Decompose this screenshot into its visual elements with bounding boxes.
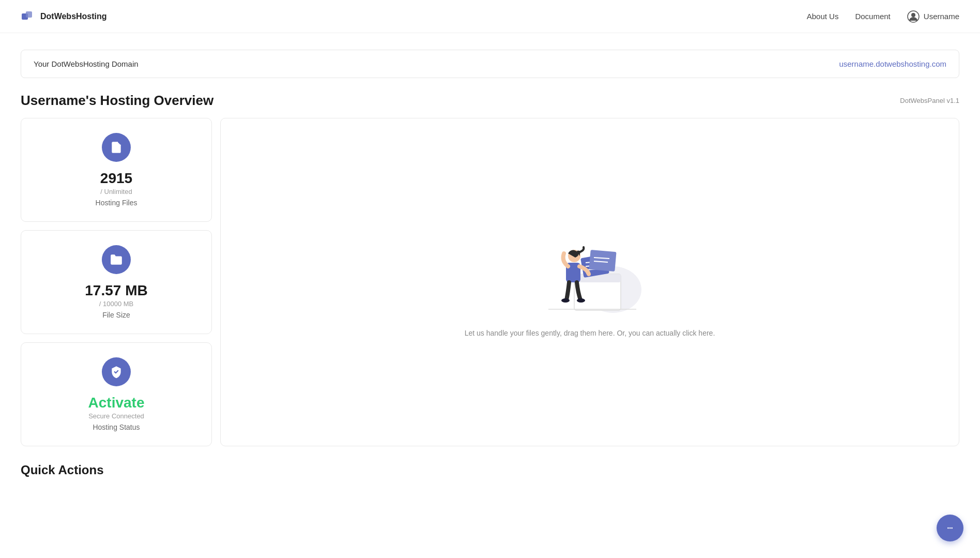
brand: DotWebsHosting [21,9,107,24]
dropzone-illustration: Let us handle your files gently, drag th… [465,228,715,337]
page-header: Username's Hosting Overview DotWebsPanel… [21,93,959,109]
file-icon [110,141,123,154]
chat-bubble[interactable] [937,515,963,541]
dropzone-area[interactable]: Let us handle your files gently, drag th… [220,118,959,446]
shield-check-icon [110,365,123,379]
nav-about[interactable]: About Us [807,12,839,21]
chat-icon [944,522,956,534]
dropzone-text: Let us handle your files gently, drag th… [465,329,715,337]
hosting-files-sub: / Unlimited [100,188,132,195]
hosting-files-icon-circle [102,133,131,162]
svg-point-18 [561,298,570,303]
svg-point-21 [947,527,949,529]
navbar-user[interactable]: Username [907,10,959,23]
svg-point-3 [911,13,915,17]
brand-name: DotWebsHosting [40,12,107,21]
stat-card-file-size: 17.57 MB / 10000 MB File Size [21,230,212,334]
navbar: DotWebsHosting About Us Document Usernam… [0,0,980,33]
svg-point-23 [951,527,953,529]
svg-rect-1 [26,11,32,18]
stat-column: 2915 / Unlimited Hosting Files 17.57 MB … [21,118,212,446]
brand-icon [21,9,35,24]
domain-bar-value: username.dotwebshosting.com [839,59,946,68]
stat-card-hosting-files: 2915 / Unlimited Hosting Files [21,118,212,222]
domain-bar: Your DotWebsHosting Domain username.dotw… [21,50,959,78]
user-icon [907,10,920,23]
page-title: Username's Hosting Overview [21,93,213,109]
hosting-files-label: Hosting Files [96,199,137,207]
svg-point-22 [950,527,951,529]
hosting-files-number: 2915 [100,170,132,187]
stat-card-hosting-status: Activate Secure Connected Hosting Status [21,342,212,446]
file-size-sub: / 10000 MB [99,300,134,308]
navbar-links: About Us Document Username [807,10,959,23]
domain-bar-label: Your DotWebsHosting Domain [34,59,139,68]
username-label: Username [924,12,959,21]
file-size-number: 17.57 MB [85,282,147,299]
upload-illustration [533,228,647,321]
quick-actions-title: Quick Actions [21,463,959,477]
file-size-label: File Size [102,311,130,319]
hosting-status-label: Hosting Status [93,423,140,431]
svg-point-19 [577,298,585,303]
folder-icon [110,253,123,266]
svg-rect-13 [589,249,616,271]
hosting-status-sub: Secure Connected [88,412,144,420]
quick-actions-section: Quick Actions [21,463,959,477]
hosting-status-icon-circle [102,357,131,386]
file-size-icon-circle [102,245,131,274]
main-grid: 2915 / Unlimited Hosting Files 17.57 MB … [21,118,959,446]
hosting-status-number: Activate [88,395,145,411]
panel-version: DotWebsPanel v1.1 [900,97,959,104]
nav-document[interactable]: Document [855,12,890,21]
